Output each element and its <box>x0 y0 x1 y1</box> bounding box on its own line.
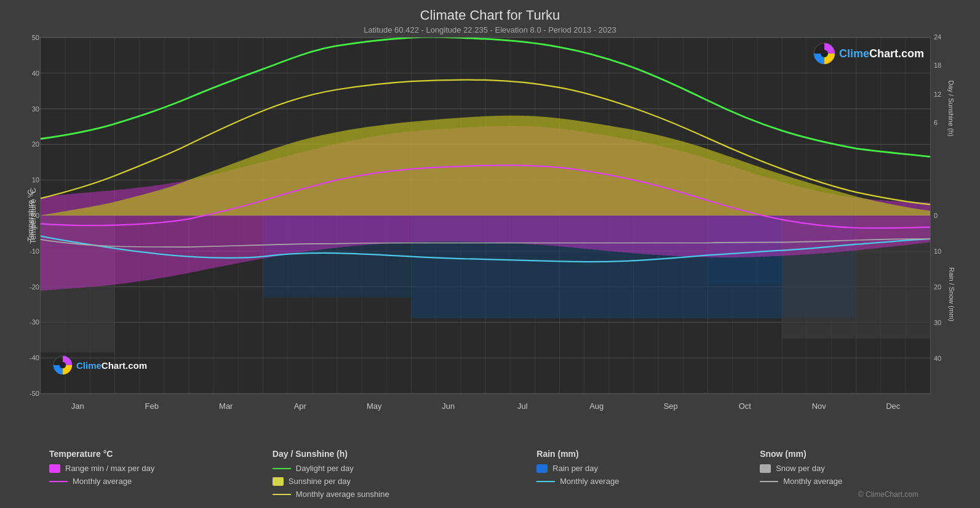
x-label-sep: Sep <box>634 401 708 411</box>
copyright: © ClimeChart.com <box>858 490 918 499</box>
chart-svg <box>41 38 930 393</box>
x-label-apr: Apr <box>263 401 338 411</box>
chart-subtitle: Latitude 60.422 - Longitude 22.235 - Ele… <box>0 25 980 34</box>
y-tick-r-20: 20 <box>934 283 941 291</box>
legend-item-snow-avg: Monthly average <box>760 477 965 486</box>
x-label-nov: Nov <box>782 401 856 411</box>
x-label-dec: Dec <box>856 401 931 411</box>
legend-item-daylight: Daylight per day <box>273 464 518 473</box>
x-label-mar: Mar <box>189 401 263 411</box>
y-tick-r-10: 10 <box>934 248 941 255</box>
legend: Temperature °C Range min / max per day M… <box>40 446 974 502</box>
x-axis: Jan Feb Mar Apr May Jun Jul Aug Sep Oct … <box>41 401 930 411</box>
y-tick-r-30: 30 <box>934 319 941 326</box>
y-label-rain: Rain / Snow (mm) <box>948 267 955 321</box>
legend-item-sunshine-swatch: Sunshine per day <box>273 477 518 486</box>
legend-label-sunshine-swatch: Sunshine per day <box>289 477 351 486</box>
legend-item-rain-swatch: Rain per day <box>536 464 741 473</box>
y-tick-r-24: 24 <box>934 33 941 41</box>
y-label-sunshine: Day / Sunshine (h) <box>947 80 954 136</box>
y-tick-r-40: 40 <box>934 355 941 362</box>
legend-title-temp: Temperature °C <box>49 449 254 459</box>
legend-item-temp-range: Range min / max per day <box>49 464 254 473</box>
legend-label-snow-swatch: Snow per day <box>776 464 825 473</box>
legend-title-sunshine: Day / Sunshine (h) <box>273 449 518 459</box>
swatch-sunshine <box>273 477 284 486</box>
legend-title-rain: Rain (mm) <box>536 449 741 459</box>
x-label-oct: Oct <box>708 401 783 411</box>
chart-title: Climate Chart for Turku <box>0 7 980 23</box>
legend-item-rain-avg: Monthly average <box>536 477 741 486</box>
legend-item-sunshine-avg: Monthly average sunshine <box>273 490 518 499</box>
title-area: Climate Chart for Turku Latitude 60.422 … <box>0 0 980 34</box>
legend-col-rain: Rain (mm) Rain per day Monthly average <box>527 446 751 502</box>
line-rain-avg <box>536 481 555 482</box>
legend-label-rain-avg: Monthly average <box>560 477 619 486</box>
legend-label-rain-swatch: Rain per day <box>552 464 598 473</box>
y-tick-r-12: 12 <box>934 91 941 98</box>
line-sunshine-avg <box>273 494 291 495</box>
y-axis-right: 24 18 12 6 0 10 20 30 40 Day / Sunshine … <box>931 37 980 394</box>
swatch-temp-range <box>49 464 60 473</box>
legend-item-snow-swatch: Snow per day <box>760 464 965 473</box>
y-ticks-right-container: 24 18 12 6 0 10 20 30 40 <box>934 37 977 394</box>
y-tick-r-18: 18 <box>934 62 941 69</box>
main-container: Climate Chart for Turku Latitude 60.422 … <box>0 0 980 508</box>
x-label-aug: Aug <box>560 401 634 411</box>
legend-title-snow: Snow (mm) <box>760 449 965 459</box>
line-daylight <box>273 468 291 469</box>
legend-col-temperature: Temperature °C Range min / max per day M… <box>40 446 263 502</box>
legend-label-temp-range: Range min / max per day <box>65 464 154 473</box>
swatch-snow <box>760 464 771 473</box>
swatch-rain <box>536 464 548 473</box>
temp-axis-label: Temperature °C <box>28 187 38 243</box>
x-label-feb: Feb <box>115 401 189 411</box>
temp-axis-label-container: Temperature °C <box>5 37 61 394</box>
x-label-jan: Jan <box>41 401 115 411</box>
legend-item-temp-avg: Monthly average <box>49 477 254 486</box>
line-temp-avg <box>49 481 68 482</box>
chart-area: ClimeChart.com ClimeChart.com <box>40 37 931 394</box>
legend-label-snow-avg: Monthly average <box>783 477 842 486</box>
y-tick-r-6: 6 <box>934 119 938 126</box>
chart-wrapper: Temperature °C ClimeChart.com <box>0 37 980 394</box>
y-tick-r-0: 0 <box>934 212 938 219</box>
x-label-jun: Jun <box>412 401 486 411</box>
x-label-jul: Jul <box>485 401 560 411</box>
legend-label-temp-avg: Monthly average <box>73 477 132 486</box>
legend-label-daylight: Daylight per day <box>296 464 354 473</box>
line-snow-avg <box>760 481 778 482</box>
legend-col-sunshine: Day / Sunshine (h) Daylight per day Suns… <box>263 446 527 502</box>
legend-label-sunshine-avg: Monthly average sunshine <box>296 490 389 499</box>
x-label-may: May <box>337 401 412 411</box>
